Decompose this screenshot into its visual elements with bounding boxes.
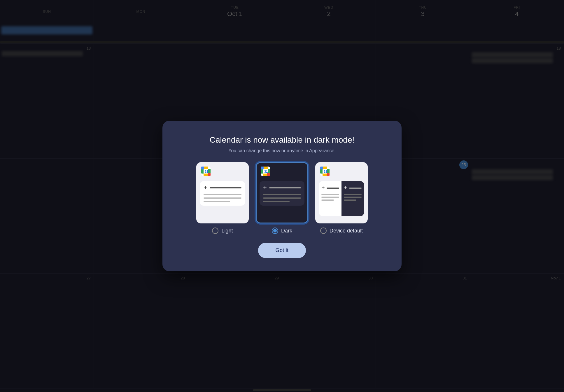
light-preview-header: 31 (197, 163, 248, 181)
light-line-4 (204, 201, 230, 202)
gcal-icon-light: 31 (201, 167, 211, 176)
light-line-1 (210, 187, 241, 188)
device-light-half: + (319, 181, 341, 216)
light-add-icon: + (204, 185, 207, 191)
light-lines (204, 194, 241, 202)
theme-options: 31 + (196, 162, 368, 234)
device-radio-label[interactable]: Device default (320, 228, 363, 234)
device-preview-header: 31 (316, 163, 367, 181)
device-radio[interactable] (320, 228, 327, 234)
dark-line-2 (263, 194, 301, 195)
light-line-2 (204, 194, 241, 195)
dark-radio-label[interactable]: Dark (272, 228, 292, 234)
dark-lines (263, 194, 301, 202)
svg-text:31: 31 (324, 170, 327, 173)
svg-rect-20 (327, 173, 330, 176)
svg-rect-5 (201, 167, 204, 169)
dark-add-row: + (263, 185, 301, 191)
dark-icon-row: 31 (261, 167, 303, 176)
dark-preview-header: 31 (257, 163, 307, 181)
device-dark-half: + (341, 181, 364, 216)
svg-text:31: 31 (264, 170, 268, 173)
svg-rect-13 (267, 173, 270, 176)
dialog-subtitle: You can change this now or anytime in Ap… (228, 148, 336, 153)
device-body-split: + + (319, 181, 364, 216)
dark-line-1 (269, 187, 301, 188)
light-line-3 (204, 197, 241, 199)
dialog-title: Calendar is now available in dark mode! (210, 135, 355, 145)
light-label: Light (221, 228, 233, 234)
device-preview: 31 + (315, 162, 368, 223)
theme-card-device[interactable]: 31 + (315, 162, 368, 234)
dark-preview: 31 + (256, 162, 308, 223)
svg-rect-6 (208, 173, 211, 176)
light-radio-label[interactable]: Light (212, 228, 233, 234)
dark-mode-dialog: Calendar is now available in dark mode! … (162, 121, 402, 271)
theme-card-light[interactable]: 31 + (196, 162, 249, 234)
dark-radio[interactable] (272, 228, 278, 234)
device-label: Device default (330, 228, 363, 234)
light-preview-body: + (200, 181, 245, 206)
got-it-button[interactable]: Got it (258, 243, 306, 258)
light-add-row: + (204, 185, 241, 191)
theme-card-dark[interactable]: 31 + (256, 162, 308, 234)
gcal-icon-dark: 31 (261, 167, 270, 176)
svg-text:31: 31 (205, 170, 208, 173)
dark-add-icon: + (263, 185, 267, 191)
svg-rect-12 (261, 167, 264, 169)
dark-line-3 (263, 197, 301, 199)
dark-preview-body: + (260, 181, 304, 206)
light-radio[interactable] (212, 228, 218, 234)
light-icon-row: 31 (201, 167, 244, 176)
svg-rect-19 (320, 167, 323, 169)
modal-overlay: Calendar is now available in dark mode! … (0, 0, 564, 392)
dark-line-4 (263, 201, 290, 202)
dark-label: Dark (281, 228, 292, 234)
light-preview: 31 + (196, 162, 249, 223)
device-icon-row: 31 (320, 167, 363, 176)
gcal-icon-device: 31 (320, 167, 330, 176)
